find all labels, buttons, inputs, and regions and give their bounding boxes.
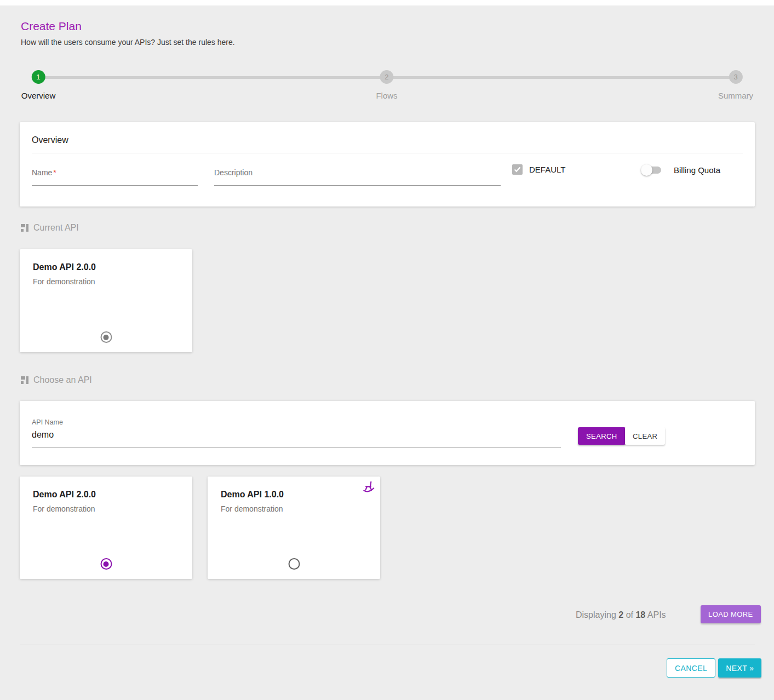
billing-quota-toggle[interactable]: [641, 164, 662, 176]
api-card-title: Demo API 2.0.0: [33, 490, 179, 500]
api-radio-unselected[interactable]: [288, 558, 300, 570]
results-count: Displaying 2 of 18 APIs: [576, 610, 666, 620]
page-subtitle: How will the users consume your APIs? Ju…: [21, 38, 235, 47]
default-checkbox-group[interactable]: DEFAULT: [512, 164, 565, 175]
description-field-label: Description: [214, 168, 253, 177]
api-name-field[interactable]: API Name demo: [32, 418, 561, 447]
default-checkbox[interactable]: [512, 164, 523, 175]
overview-form-row: Name* Description DEFAULT Billing Quota: [32, 168, 743, 186]
results-shown: 2: [618, 610, 623, 619]
search-button[interactable]: SEARCH: [578, 427, 626, 445]
results-middle: of: [626, 610, 633, 619]
results-prefix: Displaying: [576, 610, 616, 619]
billing-quota-label: Billing Quota: [674, 165, 720, 175]
next-button[interactable]: NEXT »: [718, 658, 761, 678]
api-radio-selected[interactable]: [100, 558, 112, 570]
dashboard-icon: [21, 376, 28, 384]
step-label: Flows: [376, 91, 397, 100]
page-title: Create Plan: [21, 20, 82, 33]
description-field[interactable]: Description: [214, 168, 501, 186]
step-summary[interactable]: 3 Summary: [718, 70, 753, 100]
section-title: Choose an API: [33, 375, 92, 385]
api-card-description: For demonstration: [221, 504, 367, 513]
step-label: Summary: [718, 91, 753, 100]
api-card-description: For demonstration: [33, 277, 179, 286]
api-card-demo-1[interactable]: Demo API 1.0.0 For demonstration: [208, 477, 380, 579]
top-strip: [0, 0, 774, 5]
section-title: Current API: [33, 223, 79, 233]
stepper: 1 Overview 2 Flows 3 Summary: [20, 70, 755, 104]
api-name-label: API Name: [32, 418, 561, 426]
results-total: 18: [635, 610, 645, 619]
results-suffix: APIs: [647, 610, 666, 619]
api-card-description: For demonstration: [33, 504, 179, 513]
overview-heading: Overview: [32, 122, 743, 153]
current-api-card: Demo API 2.0.0 For demonstration: [20, 249, 192, 352]
api-search-card: API Name demo SEARCH CLEAR: [20, 401, 755, 465]
required-marker: *: [53, 168, 56, 177]
step-circle: 2: [380, 70, 393, 84]
rocking-chair-icon: [362, 480, 376, 495]
step-flows[interactable]: 2 Flows: [376, 70, 397, 100]
step-overview[interactable]: 1 Overview: [21, 70, 56, 100]
dashboard-icon: [21, 224, 28, 232]
footer-actions: CANCEL NEXT »: [667, 658, 761, 678]
step-circle: 1: [31, 70, 45, 84]
section-header-choose-api: Choose an API: [21, 375, 92, 385]
default-checkbox-label: DEFAULT: [529, 165, 565, 174]
name-field-label: Name: [32, 168, 52, 177]
toggle-knob[interactable]: [641, 164, 652, 176]
clear-button[interactable]: CLEAR: [625, 427, 665, 445]
overview-card: Overview Name* Description DEFAULT Billi…: [20, 122, 755, 206]
step-circle: 3: [729, 70, 743, 84]
api-card-title: Demo API 1.0.0: [221, 490, 367, 500]
load-more-button[interactable]: LOAD MORE: [701, 605, 761, 623]
api-card-title: Demo API 2.0.0: [33, 262, 179, 272]
billing-quota-group[interactable]: Billing Quota: [641, 164, 720, 176]
step-label: Overview: [21, 91, 56, 100]
api-name-value[interactable]: demo: [32, 430, 561, 440]
api-card-demo-2[interactable]: Demo API 2.0.0 For demonstration: [20, 477, 192, 579]
cancel-button[interactable]: CANCEL: [667, 658, 715, 678]
footer-divider: [20, 645, 755, 645]
name-field[interactable]: Name*: [32, 168, 198, 186]
check-icon: [514, 167, 521, 173]
current-api-radio: [100, 331, 112, 343]
section-header-current-api: Current API: [21, 223, 79, 233]
